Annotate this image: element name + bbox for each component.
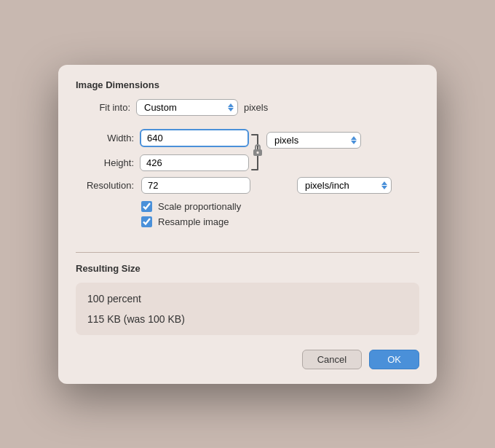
- resample-image-label: Resample image: [158, 216, 229, 227]
- width-label: Width:: [76, 133, 134, 144]
- resolution-label: Resolution:: [76, 180, 134, 191]
- image-dimensions-section: Image Dimensions Fit into: Custom Origin…: [76, 79, 419, 239]
- image-dimensions-dialog: Image Dimensions Fit into: Custom Origin…: [58, 65, 437, 384]
- resolution-unit-select-wrapper: pixels/inch pixels/cm: [297, 177, 392, 194]
- unit-select[interactable]: pixels percent inches cm mm: [266, 132, 361, 149]
- fit-into-select[interactable]: Custom Original Size 640x480 800x600 102…: [136, 99, 238, 116]
- checkboxes-area: Scale proportionally Resample image: [141, 201, 419, 227]
- resample-image-checkbox[interactable]: [141, 216, 152, 227]
- button-row: Cancel OK: [76, 350, 419, 369]
- left-fields: Width: Height:: [76, 129, 249, 171]
- right-unit-area: pixels percent inches cm mm: [266, 129, 361, 149]
- height-input[interactable]: [140, 154, 249, 171]
- lock-bracket-area: [249, 130, 266, 174]
- fit-into-unit-label: pixels: [244, 102, 268, 113]
- resample-image-row: Resample image: [141, 216, 419, 227]
- unit-select-wrapper: pixels percent inches cm mm: [266, 132, 361, 149]
- ok-button[interactable]: OK: [369, 350, 419, 369]
- fields-main-row: Width: Height:: [76, 129, 419, 174]
- divider: [76, 252, 419, 253]
- cancel-button[interactable]: Cancel: [302, 350, 362, 369]
- scale-proportionally-row: Scale proportionally: [141, 201, 419, 212]
- width-input[interactable]: [140, 129, 249, 147]
- resulting-size-title: Resulting Size: [76, 263, 419, 274]
- lock-bracket-icon: [249, 132, 266, 173]
- scale-proportionally-label: Scale proportionally: [158, 201, 241, 212]
- svg-rect-1: [257, 152, 259, 154]
- fit-into-label: Fit into:: [90, 102, 130, 113]
- image-dimensions-title: Image Dimensions: [76, 79, 419, 90]
- resulting-content: 100 percent 115 KB (was 100 KB): [76, 283, 419, 335]
- resulting-percent: 100 percent: [87, 293, 408, 304]
- scale-proportionally-checkbox[interactable]: [141, 201, 152, 212]
- resulting-size-section: Resulting Size 100 percent 115 KB (was 1…: [76, 263, 419, 335]
- resolution-row: Resolution: pixels/inch pixels/cm: [76, 177, 419, 194]
- fit-into-select-wrapper: Custom Original Size 640x480 800x600 102…: [136, 99, 238, 116]
- resulting-size-text: 115 KB (was 100 KB): [87, 313, 408, 325]
- height-row: Height:: [76, 154, 249, 171]
- resolution-input[interactable]: [141, 177, 250, 194]
- fit-into-row: Fit into: Custom Original Size 640x480 8…: [76, 99, 419, 116]
- height-label: Height:: [76, 157, 134, 168]
- resolution-unit-select[interactable]: pixels/inch pixels/cm: [297, 177, 392, 194]
- width-row: Width:: [76, 129, 249, 147]
